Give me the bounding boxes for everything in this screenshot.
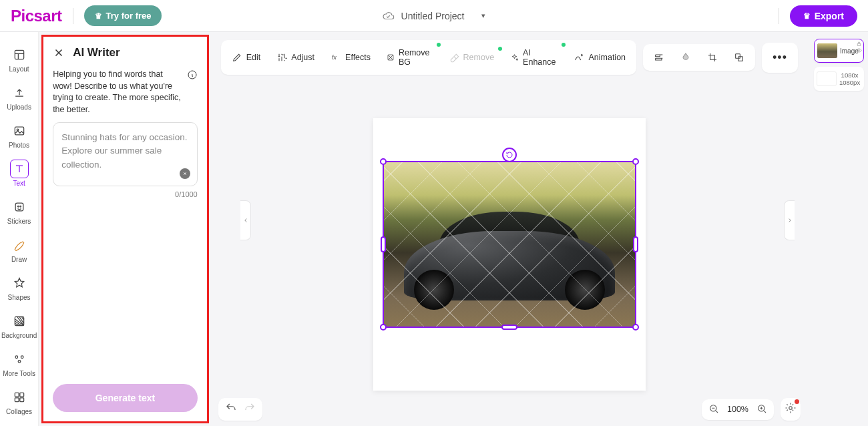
artboard[interactable] bbox=[373, 118, 646, 391]
nav-label: Stickers bbox=[7, 218, 31, 225]
remove-bg-button[interactable]: Remove BG bbox=[379, 43, 441, 72]
nav-label: Photos bbox=[9, 142, 29, 149]
car-image bbox=[384, 162, 635, 327]
left-sidebar: Layout Uploads Photos Text Stickers Draw… bbox=[0, 32, 39, 426]
ai-writer-description: Helping you to find words that wow! Desc… bbox=[53, 69, 182, 116]
export-label: Export bbox=[815, 11, 844, 21]
layers-panel: Image 1080x 1080px bbox=[810, 32, 868, 426]
prompt-input[interactable]: Stunning hats for any occasion. Explore … bbox=[53, 122, 198, 186]
sidebar-item-templates[interactable]: Templates bbox=[1, 422, 38, 426]
more-tools-icon bbox=[13, 353, 26, 366]
svg-text:fx: fx bbox=[332, 54, 337, 61]
project-title-label: Untitled Project bbox=[401, 11, 465, 21]
adjust-button[interactable]: Adjust bbox=[268, 47, 322, 68]
sidebar-item-background[interactable]: Background bbox=[1, 308, 38, 343]
settings-button[interactable] bbox=[781, 398, 801, 421]
info-icon[interactable] bbox=[187, 69, 198, 80]
expand-layers-handle[interactable] bbox=[784, 200, 795, 240]
canvas-stage[interactable] bbox=[209, 83, 810, 426]
resize-handle-tl[interactable] bbox=[380, 158, 387, 165]
sidebar-item-uploads[interactable]: Uploads bbox=[1, 79, 38, 115]
svg-rect-11 bbox=[19, 393, 23, 397]
try-free-label: Try for free bbox=[106, 11, 152, 21]
resize-handle-bl[interactable] bbox=[380, 324, 387, 331]
ai-writer-panel: AI Writer Helping you to find words that… bbox=[41, 35, 209, 423]
sidebar-item-draw[interactable]: Draw bbox=[1, 232, 38, 267]
remove-button: Remove bbox=[441, 47, 503, 68]
project-title[interactable]: Untitled Project ▾ bbox=[383, 10, 486, 22]
svg-point-21 bbox=[789, 407, 793, 410]
svg-rect-10 bbox=[15, 393, 19, 397]
sidebar-item-text[interactable]: Text bbox=[1, 156, 38, 191]
eye-icon[interactable] bbox=[856, 47, 862, 53]
chevron-down-icon[interactable]: ▾ bbox=[481, 11, 485, 20]
animation-button[interactable]: Animation bbox=[566, 47, 634, 68]
history-controls bbox=[218, 398, 262, 421]
divider bbox=[73, 8, 73, 24]
eraser-icon bbox=[449, 52, 459, 63]
resize-handle-left[interactable] bbox=[381, 236, 386, 252]
picsart-logo[interactable]: Picsart bbox=[11, 7, 62, 25]
resize-handle-br[interactable] bbox=[632, 324, 639, 331]
sparkle-icon bbox=[510, 52, 519, 63]
more-options-button[interactable]: ••• bbox=[765, 45, 795, 70]
layer-background[interactable]: 1080x 1080px bbox=[814, 67, 864, 91]
layer-thumbnail bbox=[817, 71, 837, 86]
watermark-overlay bbox=[384, 162, 635, 327]
sidebar-item-layout[interactable]: Layout bbox=[1, 41, 38, 77]
collages-icon bbox=[13, 391, 26, 404]
zoom-level: 100% bbox=[727, 405, 748, 414]
sidebar-item-stickers[interactable]: Stickers bbox=[1, 194, 38, 229]
sidebar-item-shapes[interactable]: Shapes bbox=[1, 270, 38, 305]
opacity-button[interactable] bbox=[672, 47, 699, 68]
layer-image[interactable]: Image bbox=[814, 39, 864, 63]
remove-bg-icon bbox=[387, 52, 395, 63]
char-count: 0/1000 bbox=[53, 190, 198, 198]
crop-button[interactable] bbox=[699, 47, 726, 68]
svg-rect-12 bbox=[15, 398, 19, 402]
generate-text-button[interactable]: Generate text bbox=[53, 384, 198, 412]
adjust-icon bbox=[276, 52, 287, 63]
photos-icon bbox=[13, 124, 26, 138]
sidebar-item-collages[interactable]: Collages bbox=[1, 384, 38, 419]
resize-handle-right[interactable] bbox=[633, 236, 638, 252]
cloud-icon bbox=[383, 10, 395, 22]
effects-icon: fx bbox=[331, 52, 341, 63]
layout-icon bbox=[13, 48, 26, 61]
align-button[interactable] bbox=[646, 47, 672, 68]
edit-button[interactable]: Edit bbox=[224, 47, 269, 68]
svg-rect-0 bbox=[15, 50, 23, 59]
zoom-out-button[interactable] bbox=[708, 403, 719, 416]
sidebar-item-photos[interactable]: Photos bbox=[1, 118, 38, 153]
effects-button[interactable]: fxEffects bbox=[322, 47, 379, 68]
align-icon bbox=[654, 52, 664, 63]
nav-label: Text bbox=[13, 180, 25, 187]
layer-icon bbox=[734, 52, 744, 63]
ai-enhance-button[interactable]: AI Enhance bbox=[502, 43, 566, 72]
close-icon[interactable] bbox=[53, 47, 65, 59]
svg-point-9 bbox=[18, 361, 21, 363]
resize-handle-tr[interactable] bbox=[632, 158, 639, 165]
svg-rect-1 bbox=[15, 127, 23, 135]
background-icon bbox=[13, 314, 26, 328]
resize-handle-bottom[interactable] bbox=[501, 325, 517, 330]
nav-label: Background bbox=[1, 332, 37, 339]
rotate-handle[interactable] bbox=[502, 148, 517, 162]
bottom-bar: 100% bbox=[218, 398, 801, 421]
lock-icon[interactable] bbox=[856, 41, 862, 47]
gear-icon bbox=[785, 402, 797, 414]
crown-icon: ♛ bbox=[803, 11, 811, 21]
nav-label: Draw bbox=[11, 256, 27, 263]
zoom-in-button[interactable] bbox=[756, 403, 767, 416]
new-badge bbox=[560, 41, 567, 48]
layer-order-button[interactable] bbox=[726, 47, 752, 68]
clear-input-button[interactable] bbox=[180, 168, 190, 179]
ai-writer-title: AI Writer bbox=[73, 46, 120, 59]
sidebar-item-more-tools[interactable]: More Tools bbox=[1, 346, 38, 381]
opacity-icon bbox=[680, 52, 691, 63]
try-for-free-button[interactable]: ♛ Try for free bbox=[84, 5, 162, 26]
new-badge bbox=[435, 41, 442, 48]
image-selection[interactable] bbox=[383, 161, 636, 328]
undo-button[interactable] bbox=[225, 402, 237, 417]
export-button[interactable]: ♛ Export bbox=[790, 5, 857, 27]
